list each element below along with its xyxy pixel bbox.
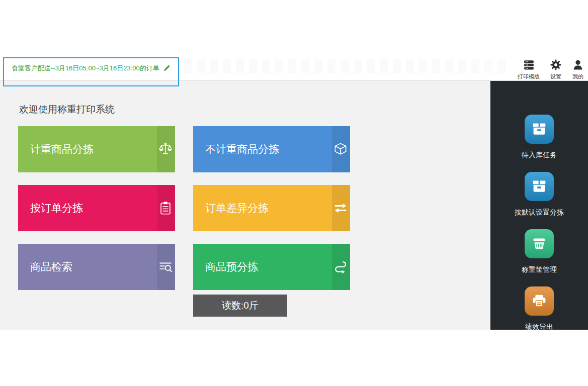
tile-goods-pre-sorting[interactable]: 商品预分拣 [193, 244, 350, 290]
sidebar-item-label: 待入库任务 [522, 150, 557, 160]
tile-unweighed-goods-sorting[interactable]: 不计重商品分拣 [193, 126, 350, 172]
scale-reading-display: 读数:0斤 [193, 295, 287, 317]
clipboard-icon [157, 185, 175, 231]
s-arrow-icon [332, 244, 350, 290]
tile-sort-by-order[interactable]: 按订单分拣 [18, 185, 175, 231]
sidebar-item-default-sort[interactable]: 按默认设置分拣 [515, 172, 564, 217]
settings-label: 设置 [550, 73, 561, 80]
print-template-label: 打印模版 [518, 73, 540, 80]
my-account-label: 我的 [572, 73, 583, 80]
sidebar: 待入库任务 按默认设置分拣 [490, 81, 588, 330]
scale-reading-value: 读数:0斤 [222, 299, 259, 312]
sidebar-item-basket-management[interactable]: 称重筐管理 [522, 229, 557, 274]
sidebar-item-label: 称重筐管理 [522, 264, 557, 274]
main-content: 欢迎使用称重打印系统 计重商品分拣 [0, 81, 490, 330]
my-account-button[interactable]: 我的 [572, 58, 584, 80]
tile-label: 商品预分拣 [205, 260, 258, 274]
search-list-icon [157, 244, 175, 290]
sidebar-item-performance-export[interactable]: 绩效导出 [525, 286, 554, 330]
tile-goods-search[interactable]: 商品检索 [18, 244, 175, 290]
tile-label: 订单差异分拣 [205, 201, 269, 215]
default-sort-box-icon [525, 172, 554, 201]
order-banner[interactable]: 食堂客户配送--3月16日05:00~3月16日23:00的订单 [3, 57, 179, 86]
tile-label: 计重商品分拣 [30, 142, 94, 156]
sidebar-item-label: 按默认设置分拣 [515, 207, 564, 217]
tile-order-difference-sorting[interactable]: 订单差异分拣 [193, 185, 350, 231]
weighing-print-system-page: 食堂客户配送--3月16日05:00~3月16日23:00的订单 [0, 0, 588, 386]
page-title: 欢迎使用称重打印系统 [19, 103, 115, 116]
user-icon [572, 58, 584, 71]
header: 食堂客户配送--3月16日05:00~3月16日23:00的订单 [0, 0, 588, 80]
scale-icon [157, 126, 175, 172]
tile-label: 不计重商品分拣 [205, 142, 279, 156]
tile-label: 商品检索 [30, 260, 72, 274]
tile-label: 按订单分拣 [30, 201, 83, 215]
tile-grid: 计重商品分拣 [18, 126, 350, 290]
settings-gear-icon [550, 58, 562, 71]
basket-icon [525, 229, 554, 258]
header-actions: 打印模版 设置 [518, 58, 584, 80]
sidebar-item-inbound-tasks[interactable]: 待入库任务 [522, 115, 557, 160]
order-banner-text: 食堂客户配送--3月16日05:00~3月16日23:00的订单 [12, 64, 159, 72]
settings-button[interactable]: 设置 [550, 58, 562, 80]
inbound-box-icon [525, 115, 554, 144]
cube-icon [332, 126, 350, 172]
swap-arrows-icon [332, 185, 350, 231]
print-template-button[interactable]: 打印模版 [518, 58, 540, 80]
tile-weighed-goods-sorting[interactable]: 计重商品分拣 [18, 126, 175, 172]
print-template-icon [523, 58, 535, 71]
background-watermark [184, 59, 511, 73]
sidebar-item-label: 绩效导出 [525, 322, 553, 330]
printer-export-icon [525, 286, 554, 316]
edit-pencil-icon[interactable] [163, 64, 171, 72]
